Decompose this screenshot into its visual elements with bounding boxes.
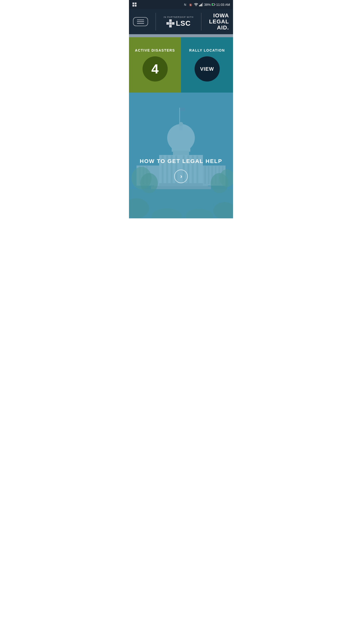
- nfc-icon: N: [184, 3, 188, 7]
- hamburger-line-3: [137, 23, 144, 24]
- legal-help-content: HOW TO GET LEGAL HELP ›: [140, 158, 222, 183]
- rally-location-label: RALLY LOCATION: [189, 48, 225, 52]
- signal-icon: [199, 3, 203, 6]
- aid-text: AID.: [209, 25, 229, 31]
- svg-rect-29: [151, 186, 211, 189]
- header: IN PARTNERSHIP WITH LSC IOWA LEGAL AID.: [129, 9, 233, 34]
- status-bar: N 🔇 38% 11:03 AM: [129, 0, 233, 9]
- svg-rect-15: [172, 137, 190, 152]
- svg-rect-6: [199, 5, 200, 6]
- svg-rect-3: [135, 5, 137, 7]
- lsc-label: LSC: [176, 19, 191, 27]
- disasters-count: 4: [151, 61, 159, 76]
- iowa-legal-aid-logo: IOWA LEGAL AID.: [209, 13, 229, 31]
- svg-rect-45: [179, 108, 180, 123]
- hamburger-line-2: [137, 21, 144, 22]
- svg-rect-7: [200, 5, 201, 6]
- rally-location-panel[interactable]: RALLY LOCATION VIEW: [181, 37, 233, 93]
- status-left: [132, 2, 137, 7]
- battery-icon: [212, 3, 215, 6]
- svg-rect-51: [129, 189, 233, 218]
- clock: 11:03 AM: [216, 3, 230, 7]
- svg-rect-18: [173, 150, 189, 155]
- svg-rect-9: [202, 3, 203, 6]
- status-right: N 🔇 38% 11:03 AM: [184, 3, 230, 7]
- legal-help-arrow-button[interactable]: ›: [174, 170, 188, 183]
- svg-rect-8: [201, 4, 202, 6]
- header-divider-right: [201, 13, 201, 30]
- mute-icon: 🔇: [189, 3, 193, 7]
- active-disasters-panel[interactable]: ACTIVE DISASTERS 4: [129, 37, 181, 93]
- svg-text:N: N: [184, 3, 186, 7]
- svg-rect-0: [132, 3, 134, 4]
- menu-button[interactable]: [133, 17, 148, 26]
- svg-text:🔇: 🔇: [189, 3, 192, 7]
- arrow-right-icon: ›: [180, 173, 182, 180]
- header-bottom-bar: [129, 34, 233, 37]
- disasters-count-badge: 4: [143, 56, 168, 82]
- lsc-main: LSC: [166, 19, 191, 27]
- battery-level: 38%: [204, 3, 211, 7]
- app-icon: [132, 2, 137, 7]
- legal-help-section[interactable]: HOW TO GET LEGAL HELP ›: [129, 93, 233, 218]
- disaster-row: ACTIVE DISASTERS 4 RALLY LOCATION VIEW: [129, 37, 233, 93]
- lsc-cross-icon: [166, 19, 174, 27]
- hamburger-line-1: [137, 20, 144, 20]
- svg-rect-2: [132, 5, 134, 7]
- svg-rect-46: [180, 108, 185, 111]
- svg-rect-1: [135, 3, 137, 4]
- capitol-background: [129, 93, 233, 218]
- partnership-text: IN PARTNERSHIP WITH: [164, 16, 194, 18]
- legal-help-title: HOW TO GET LEGAL HELP: [140, 158, 222, 165]
- legal-text: LEGAL: [209, 19, 229, 25]
- wifi-icon: [194, 3, 198, 6]
- header-divider-left: [156, 13, 156, 30]
- svg-rect-28: [154, 183, 208, 186]
- iowa-text: IOWA: [209, 13, 229, 19]
- lsc-logo: IN PARTNERSHIP WITH LSC: [164, 16, 194, 27]
- svg-rect-12: [212, 4, 213, 5]
- rally-view-badge: VIEW: [195, 56, 220, 82]
- active-disasters-label: ACTIVE DISASTERS: [135, 48, 175, 52]
- rally-view-label: VIEW: [200, 66, 214, 72]
- svg-rect-11: [215, 4, 215, 5]
